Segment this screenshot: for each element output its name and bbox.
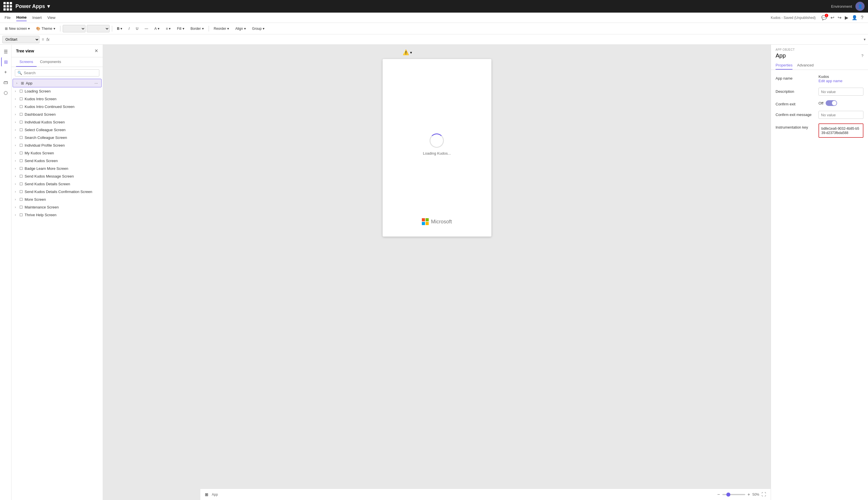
undo-icon[interactable]: ↩: [831, 15, 834, 20]
confirm-exit-label: Confirm exit: [776, 100, 819, 106]
user-avatar[interactable]: 👤: [855, 2, 865, 11]
formula-expand-icon[interactable]: ▾: [864, 37, 866, 42]
tree-item-app[interactable]: › ⊞ App ···: [13, 79, 102, 87]
tree-item-kudos-intro-cont[interactable]: › ☐ Kudos Intro Continued Screen: [11, 103, 103, 111]
screen-label: Loading Screen: [25, 89, 99, 93]
tree-close-button[interactable]: ✕: [94, 48, 98, 54]
tree-item-select-colleague[interactable]: › ☐ Select Colleague Screen: [11, 126, 103, 134]
formula-bar: OnStart = fx ▾: [0, 34, 868, 45]
rp-tab-properties[interactable]: Properties: [776, 61, 793, 70]
property-select[interactable]: OnStart: [2, 36, 39, 43]
comment-icon[interactable]: 💬 1: [821, 15, 827, 20]
app-chevron-icon[interactable]: ▾: [47, 3, 50, 10]
rp-help-icon[interactable]: ?: [861, 54, 864, 58]
tab-screens[interactable]: Screens: [16, 57, 37, 67]
rp-row-instrumentation: Instrumentation key bd8e1ea6-9032-4b85-b…: [776, 123, 864, 140]
share-icon[interactable]: 👤: [852, 15, 857, 20]
zoom-minus-button[interactable]: −: [717, 492, 720, 497]
canvas-warning[interactable]: ⚠️ ▾: [403, 49, 412, 56]
tree-item-badge-learn-more[interactable]: › ☐ Badge Learn More Screen: [11, 164, 103, 172]
zoom-expand-icon[interactable]: ⛶: [762, 492, 766, 497]
border-button[interactable]: Border▾: [188, 25, 206, 32]
formula-input[interactable]: [52, 36, 861, 43]
italic-button[interactable]: /: [126, 25, 132, 32]
tab-components[interactable]: Components: [37, 57, 65, 67]
tree-item-dashboard[interactable]: › ☐ Dashboard Screen: [11, 111, 103, 118]
group-label: Group: [252, 27, 261, 31]
tree-item-more[interactable]: › ☐ More Screen: [11, 196, 103, 203]
align2-button[interactable]: Align▾: [233, 25, 248, 32]
app-more-icon[interactable]: ···: [94, 81, 98, 86]
menu-insert[interactable]: Insert: [32, 14, 42, 21]
app-name-label: Power Apps: [15, 3, 45, 10]
play-icon[interactable]: ▶: [845, 15, 848, 20]
align-label: ≡: [166, 27, 168, 31]
align-button[interactable]: ≡▾: [163, 25, 173, 32]
screen-label: Badge Learn More Screen: [25, 166, 99, 171]
tree-item-kudos-intro[interactable]: › ☐ Kudos Intro Screen: [11, 95, 103, 103]
sidebar-layers-icon[interactable]: ⊞: [1, 57, 10, 66]
tree-tabs: Screens Components: [11, 57, 103, 67]
zoom-plus-button[interactable]: +: [748, 492, 750, 497]
sidebar-data-icon[interactable]: 🗃: [1, 78, 10, 87]
tree-item-my-kudos[interactable]: › ☐ My Kudos Screen: [11, 149, 103, 157]
rp-row-appname: App name Kudos Edit app name: [776, 75, 864, 83]
tree-item-individual-kudos[interactable]: › ☐ Individual Kudos Screen: [11, 118, 103, 126]
tree-item-send-kudos-details[interactable]: › ☐ Send Kudos Details Screen: [11, 180, 103, 188]
toolbar-sep-3: [209, 26, 209, 32]
menu-bar: File Home Insert View Kudos - Saved (Unp…: [0, 13, 868, 23]
waffle-icon[interactable]: [3, 2, 12, 11]
theme-chevron: ▾: [54, 27, 55, 31]
rp-tab-advanced[interactable]: Advanced: [797, 61, 814, 70]
underline-button[interactable]: U: [133, 25, 141, 32]
tree-item-thrive-help[interactable]: › ☐ Thrive Help Screen: [11, 211, 103, 219]
menu-icons: 💬 1 ↩ ↪ ▶ 👤 ?: [821, 15, 864, 20]
tree-search-inner: 🔍: [15, 69, 99, 77]
instrumentation-key-value[interactable]: bd8e1ea6-9032-4b85-b539-d2373fbda588: [821, 127, 859, 135]
help-icon[interactable]: ?: [861, 15, 864, 20]
group-button[interactable]: Group▾: [249, 25, 267, 32]
text-color-button[interactable]: A▾: [152, 25, 162, 32]
font-family-select[interactable]: [63, 25, 85, 32]
description-value: [819, 88, 864, 96]
sidebar-components-icon[interactable]: ⬡: [1, 88, 10, 98]
toggle-knob: [832, 101, 836, 105]
confirm-exit-switch[interactable]: [826, 100, 837, 106]
fx-icon: fx: [46, 37, 49, 42]
tree-item-send-kudos-details-confirm[interactable]: › ☐ Send Kudos Details Confirmation Scre…: [11, 188, 103, 196]
italic-label: /: [129, 27, 129, 31]
redo-icon[interactable]: ↪: [838, 15, 841, 20]
tree-search-input[interactable]: [24, 71, 97, 75]
tree-title: Tree view: [16, 49, 34, 53]
zoom-slider[interactable]: [722, 494, 745, 495]
screen-label: Send Kudos Message Screen: [25, 174, 99, 179]
reorder-button[interactable]: Reorder▾: [211, 25, 232, 32]
edit-app-name-link[interactable]: Edit app name: [819, 79, 864, 83]
app-frame-icon: ⊞: [205, 492, 208, 497]
menu-view[interactable]: View: [47, 14, 56, 21]
menu-file[interactable]: File: [4, 14, 11, 21]
fill-button[interactable]: Fill▾: [174, 25, 187, 32]
bottom-bar: ⊞ App − + 50% ⛶: [200, 489, 771, 500]
bold-button[interactable]: B▾: [115, 25, 125, 32]
new-screen-button[interactable]: ⊞ New screen ▾: [2, 25, 32, 32]
tree-item-send-kudos-message[interactable]: › ☐ Send Kudos Message Screen: [11, 172, 103, 180]
description-input[interactable]: [819, 88, 864, 96]
sidebar-menu-icon[interactable]: ☰: [1, 47, 10, 56]
tree-item-individual-profile[interactable]: › ☐ Individual Profile Screen: [11, 141, 103, 149]
sidebar-add-icon[interactable]: +: [1, 68, 10, 77]
strikethrough-button[interactable]: —: [142, 25, 151, 32]
tree-items: › ⊞ App ··· › ☐ Loading Screen › ☐ Kudos…: [11, 79, 103, 500]
tree-item-loading-screen[interactable]: › ☐ Loading Screen: [11, 87, 103, 95]
tree-item-send-kudos[interactable]: › ☐ Send Kudos Screen: [11, 157, 103, 164]
font-size-select[interactable]: [87, 25, 109, 32]
chevron-icon: ›: [15, 151, 18, 155]
screen-icon: ☐: [20, 104, 23, 109]
theme-button[interactable]: 🎨 Theme ▾: [34, 25, 58, 32]
tree-item-maintenance[interactable]: › ☐ Maintenance Screen: [11, 203, 103, 211]
microsoft-logo-area: Microsoft: [422, 218, 452, 225]
menu-home[interactable]: Home: [16, 14, 27, 21]
confirm-exit-msg-input[interactable]: [819, 111, 864, 119]
rp-tabs: Properties Advanced: [771, 61, 868, 70]
tree-item-search-colleague[interactable]: › ☐ Search Colleague Screen: [11, 134, 103, 141]
